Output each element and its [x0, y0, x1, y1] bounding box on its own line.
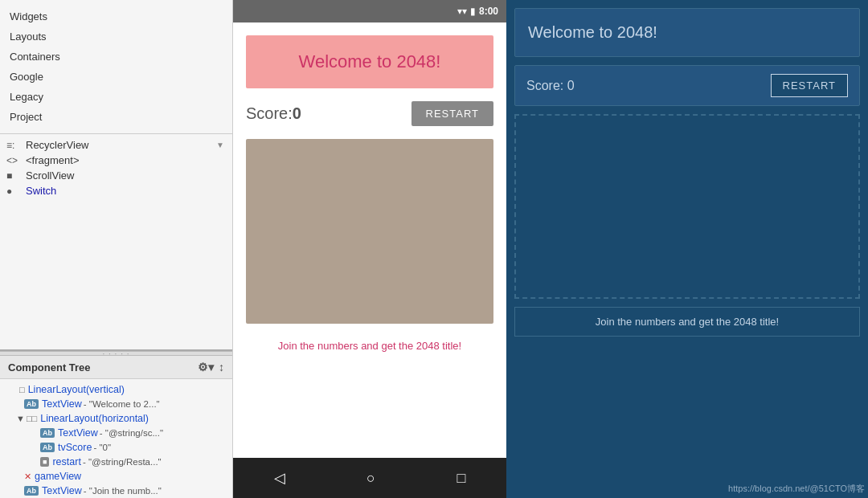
phone-welcome-text: Welcome to 2048!	[299, 51, 441, 71]
design-game-board[interactable]	[514, 114, 860, 299]
recycler-view-icon: ≡:	[6, 140, 21, 151]
design-score-label: Score: 0	[526, 79, 771, 93]
phone-home-button[interactable]: ○	[366, 470, 375, 487]
phone-content: Welcome to 2048! Score:0 RESTART Join th…	[233, 22, 506, 458]
watermark: https://blog.csdn.net/@51CTO博客	[728, 483, 865, 495]
phone-welcome-banner: Welcome to 2048!	[246, 35, 493, 88]
tree-gameview[interactable]: ✕ gameView	[0, 469, 232, 484]
component-tree-icons: ⚙▾ ↕	[198, 361, 224, 374]
gameview-label: gameView	[35, 471, 81, 482]
design-restart-button[interactable]: RESTART	[771, 74, 848, 97]
nav-legacy[interactable]: Legacy	[0, 87, 232, 107]
textview-welcome-suffix: - "Welcome to 2..."	[84, 399, 160, 409]
widget-switch[interactable]: ● Switch	[0, 183, 232, 198]
textview-sc-suffix: - "@string/sc..."	[100, 428, 163, 438]
phone-score-value: 0	[293, 104, 301, 122]
linear-vertical-label: LinearLayout(vertical)	[28, 384, 125, 395]
restart-suffix: - "@string/Resta..."	[83, 457, 162, 467]
design-score-value: 0	[567, 79, 575, 92]
linear-horizontal-label: LinearLayout(horizontal)	[40, 413, 149, 424]
phone-back-button[interactable]: ◁	[274, 469, 285, 487]
ab-icon-join: Ab	[24, 486, 39, 496]
ab-icon-sc: Ab	[40, 428, 55, 438]
tree-textview-string-sc[interactable]: Ab TextView - "@string/sc..."	[0, 426, 232, 440]
design-join-text: Join the numbers and get the 2048 title!	[514, 307, 860, 337]
widget-recycler-view-label: RecyclerView	[26, 139, 89, 151]
tvscore-suffix: - "0"	[93, 443, 111, 452]
tvscore-label: tvScore	[58, 442, 92, 453]
textview-sc-label: TextView	[58, 427, 98, 439]
restart-label: restart	[52, 456, 80, 467]
nav-containers[interactable]: Containers	[0, 47, 232, 67]
phone-restart-button[interactable]: RESTART	[411, 101, 493, 126]
nav-google[interactable]: Google	[0, 67, 232, 87]
textview-welcome-label: TextView	[42, 398, 82, 410]
component-tree-title: Component Tree	[8, 361, 91, 374]
phone-score-label: Score:0	[246, 104, 301, 123]
widget-recycler-view[interactable]: ≡: RecyclerView ▼	[0, 137, 232, 153]
linear-vertical-icon: □	[19, 385, 25, 394]
design-preview: Welcome to 2048! Score: 0 RESTART Join t…	[506, 0, 868, 498]
tree-linear-layout-vertical[interactable]: □ LinearLayout(vertical)	[0, 382, 232, 397]
fragment-icon: <>	[6, 155, 21, 166]
left-nav: Widgets Layouts Containers Google Legacy…	[0, 0, 232, 134]
phone-game-board[interactable]	[246, 139, 493, 324]
textview-join-suffix: - "Join the numb..."	[84, 486, 162, 496]
restart-icon: ■	[40, 457, 49, 467]
ab-icon-welcome: Ab	[24, 399, 39, 409]
toggle-horizontal: ▼	[16, 414, 25, 423]
widget-fragment[interactable]: <> <fragment>	[0, 153, 232, 168]
tree-linear-layout-horizontal[interactable]: ▼ □□ LinearLayout(horizontal)	[0, 411, 232, 426]
widget-switch-label: Switch	[26, 185, 56, 197]
phone-recent-button[interactable]: □	[457, 470, 465, 487]
design-score-row: Score: 0 RESTART	[514, 65, 860, 106]
gameview-icon: ✕	[24, 471, 31, 482]
phone-join-text: Join the numbers and get the 2048 title!	[233, 330, 506, 361]
widget-fragment-label: <fragment>	[26, 154, 80, 166]
phone-score-row: Score:0 RESTART	[246, 101, 493, 126]
tree-tvscore[interactable]: Ab tvScore - "0"	[0, 440, 232, 455]
nav-layouts[interactable]: Layouts	[0, 27, 232, 47]
widget-scroll-view-label: ScrollView	[26, 169, 74, 182]
widget-list: ≡: RecyclerView ▼ <> <fragment> ■ Scroll…	[0, 134, 232, 351]
scroll-indicator: ▼	[216, 141, 226, 150]
design-welcome-box: Welcome to 2048!	[514, 8, 860, 57]
phone-preview: ▾▾ ▮ 8:00 Welcome to 2048! Score:0 RESTA…	[233, 0, 506, 498]
tree-textview-join[interactable]: Ab TextView - "Join the numb..."	[0, 484, 232, 498]
tree-restart[interactable]: ■ restart - "@string/Resta..."	[0, 455, 232, 469]
phone-status-bar: ▾▾ ▮ 8:00	[233, 0, 506, 22]
textview-join-label: TextView	[42, 485, 82, 496]
scroll-view-icon: ■	[6, 170, 21, 182]
component-tree-header: Component Tree ⚙▾ ↕	[0, 356, 232, 379]
battery-icon: ▮	[470, 6, 476, 17]
time-display: 8:00	[479, 6, 498, 17]
nav-widgets[interactable]: Widgets	[0, 6, 232, 27]
component-tree-settings-icon[interactable]: ⚙▾	[198, 361, 214, 374]
linear-horizontal-icon: □□	[27, 414, 37, 423]
component-tree: Component Tree ⚙▾ ↕ □ LinearLayout(verti…	[0, 356, 232, 498]
component-tree-add-icon[interactable]: ↕	[219, 361, 224, 374]
widget-scroll-view[interactable]: ■ ScrollView	[0, 168, 232, 183]
switch-icon: ●	[6, 186, 21, 197]
status-icons: ▾▾ ▮ 8:00	[457, 6, 498, 17]
wifi-icon: ▾▾	[457, 6, 467, 17]
tree-textview-welcome[interactable]: Ab TextView - "Welcome to 2..."	[0, 397, 232, 411]
ab-icon-tvscore: Ab	[40, 443, 55, 452]
left-panel: Widgets Layouts Containers Google Legacy…	[0, 0, 233, 498]
component-tree-body: □ LinearLayout(vertical) Ab TextView - "…	[0, 379, 232, 498]
nav-project[interactable]: Project	[0, 107, 232, 127]
phone-nav-bar: ◁ ○ □	[233, 458, 506, 498]
design-welcome-text: Welcome to 2048!	[528, 23, 657, 41]
